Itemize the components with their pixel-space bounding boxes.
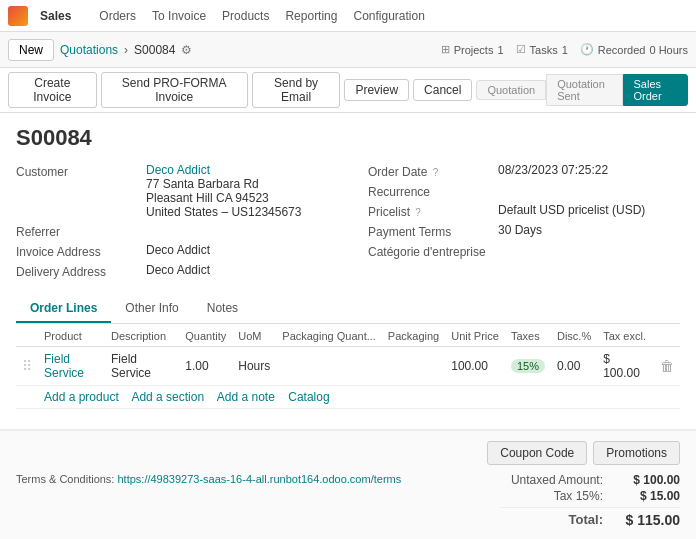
tax-label: Tax 15%:: [554, 489, 603, 503]
nav-item-products[interactable]: Products: [214, 0, 277, 31]
nav-item-to-invoice[interactable]: To Invoice: [144, 0, 214, 31]
form-section: Customer Deco Addict 77 Santa Barbara Rd…: [16, 163, 680, 283]
row-packaging: [382, 347, 445, 386]
delivery-address-row: Delivery Address Deco Addict: [16, 263, 328, 279]
promotions-button[interactable]: Promotions: [593, 441, 680, 465]
coupon-bar: Coupon Code Promotions: [16, 441, 680, 465]
categorie-label: Catégorie d'entreprise: [368, 243, 498, 259]
toolbar: New Quotations › S00084 ⚙ ⊞ Projects 1 ☑…: [0, 32, 696, 68]
recurrence-row: Recurrence: [368, 183, 680, 199]
order-date-value: 08/23/2023 07:25:22: [498, 163, 608, 177]
add-section-link[interactable]: Add a section: [131, 390, 204, 404]
recorded-stat: 🕐 Recorded 0 Hours: [580, 43, 688, 56]
untaxed-value: $ 100.00: [615, 473, 680, 487]
grand-total-value: $ 115.00: [615, 512, 680, 528]
nav-logo: Sales: [8, 6, 79, 26]
untaxed-row: Untaxed Amount: $ 100.00: [500, 473, 680, 487]
pricelist-label: Pricelist ?: [368, 203, 498, 219]
pricelist-row: Pricelist ? Default USD pricelist (USD): [368, 203, 680, 219]
row-unit-price[interactable]: 100.00: [445, 347, 505, 386]
row-description: Field Service: [105, 347, 179, 386]
drag-handle-icon: ⠿: [22, 358, 32, 374]
tab-other-info[interactable]: Other Info: [111, 295, 192, 323]
pricelist-hint: ?: [415, 207, 421, 218]
top-nav: Sales Orders To Invoice Products Reporti…: [0, 0, 696, 32]
tabs: Order Lines Other Info Notes: [16, 295, 680, 324]
col-packaging-qty: Packaging Quant...: [276, 324, 382, 347]
row-quantity[interactable]: 1.00: [179, 347, 232, 386]
row-packaging-qty: [276, 347, 382, 386]
toolbar-stats: ⊞ Projects 1 ☑ Tasks 1 🕐 Recorded 0 Hour…: [441, 43, 688, 56]
tasks-icon: ☑: [516, 43, 526, 56]
row-disc[interactable]: 0.00: [551, 347, 597, 386]
preview-button[interactable]: Preview: [344, 79, 409, 101]
settings-icon[interactable]: ⚙: [181, 43, 192, 57]
total-separator: [500, 507, 680, 508]
payment-terms-label: Payment Terms: [368, 223, 498, 239]
pricelist-value: Default USD pricelist (USD): [498, 203, 645, 217]
row-product[interactable]: Field Service: [38, 347, 105, 386]
tasks-count: 1: [562, 44, 568, 56]
status-bar: Quotation Quotation Sent Sales Order: [476, 74, 688, 106]
send-proforma-button[interactable]: Send PRO-FORMA Invoice: [101, 72, 248, 108]
send-email-button[interactable]: Send by Email: [252, 72, 341, 108]
recurrence-label: Recurrence: [368, 183, 498, 199]
table-row: ⠿ Field Service Field Service 1.00 Hours…: [16, 347, 680, 386]
form-left: Customer Deco Addict 77 Santa Barbara Rd…: [16, 163, 328, 283]
invoice-address-label: Invoice Address: [16, 243, 146, 259]
clock-icon: 🕐: [580, 43, 594, 56]
form-right: Order Date ? 08/23/2023 07:25:22 Recurre…: [368, 163, 680, 283]
nav-item-orders[interactable]: Orders: [91, 0, 144, 31]
bottom-area: Coupon Code Promotions Terms & Condition…: [0, 429, 696, 539]
nav-item-configuration[interactable]: Configuration: [345, 0, 432, 31]
row-uom[interactable]: Hours: [232, 347, 276, 386]
coupon-code-button[interactable]: Coupon Code: [487, 441, 587, 465]
nav-item-sales[interactable]: Sales: [32, 9, 79, 23]
order-date-hint: ?: [433, 167, 439, 178]
customer-name[interactable]: Deco Addict: [146, 163, 301, 177]
status-quotation[interactable]: Quotation: [476, 80, 546, 100]
terms-link[interactable]: https://49839273-saas-16-4-all.runbot164…: [117, 473, 401, 485]
tab-order-lines[interactable]: Order Lines: [16, 295, 111, 323]
row-drag[interactable]: ⠿: [16, 347, 38, 386]
col-product: Product: [38, 324, 105, 347]
breadcrumb-quotations[interactable]: Quotations: [60, 43, 118, 57]
catalog-link[interactable]: Catalog: [288, 390, 329, 404]
delete-icon[interactable]: 🗑: [660, 358, 674, 374]
projects-label: Projects: [454, 44, 494, 56]
new-button[interactable]: New: [8, 39, 54, 61]
main-content: S00084 Customer Deco Addict 77 Santa Bar…: [0, 113, 696, 421]
payment-terms-value: 30 Days: [498, 223, 542, 237]
col-unit-price: Unit Price: [445, 324, 505, 347]
terms-prefix: Terms & Conditions:: [16, 473, 117, 485]
add-row: Add a product Add a section Add a note C…: [16, 386, 680, 409]
col-actions: [654, 324, 680, 347]
status-quotation-sent[interactable]: Quotation Sent: [546, 74, 622, 106]
nav-item-reporting[interactable]: Reporting: [277, 0, 345, 31]
col-taxes: Taxes: [505, 324, 551, 347]
customer-row: Customer Deco Addict 77 Santa Barbara Rd…: [16, 163, 328, 219]
referrer-label: Referrer: [16, 223, 146, 239]
table-header-row: Product Description Quantity UoM Packagi…: [16, 324, 680, 347]
row-delete[interactable]: 🗑: [654, 347, 680, 386]
cancel-button[interactable]: Cancel: [413, 79, 472, 101]
payment-terms-row: Payment Terms 30 Days: [368, 223, 680, 239]
terms-row: Terms & Conditions: https://49839273-saa…: [16, 473, 680, 530]
add-product-link[interactable]: Add a product: [44, 390, 119, 404]
col-drag: [16, 324, 38, 347]
recorded-hours: 0 Hours: [649, 44, 688, 56]
tasks-stat[interactable]: ☑ Tasks 1: [516, 43, 568, 56]
create-invoice-button[interactable]: Create Invoice: [8, 72, 97, 108]
tax-row: Tax 15%: $ 15.00: [500, 489, 680, 503]
row-taxes[interactable]: 15%: [505, 347, 551, 386]
tab-notes[interactable]: Notes: [193, 295, 252, 323]
col-quantity: Quantity: [179, 324, 232, 347]
customer-value: Deco Addict 77 Santa Barbara Rd Pleasant…: [146, 163, 301, 219]
projects-stat[interactable]: ⊞ Projects 1: [441, 43, 504, 56]
status-sales-order[interactable]: Sales Order: [623, 74, 689, 106]
untaxed-label: Untaxed Amount:: [511, 473, 603, 487]
add-note-link[interactable]: Add a note: [217, 390, 275, 404]
col-packaging: Packaging: [382, 324, 445, 347]
categorie-row: Catégorie d'entreprise: [368, 243, 680, 259]
terms-text: Terms & Conditions: https://49839273-saa…: [16, 473, 500, 485]
